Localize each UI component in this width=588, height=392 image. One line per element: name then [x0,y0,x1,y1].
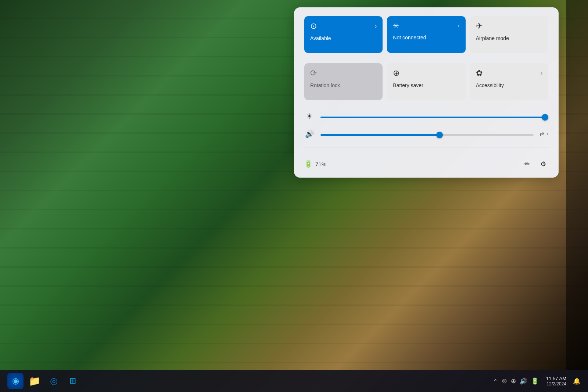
edge-icon: ◎ [50,376,58,386]
battery-saver-toggle[interactable]: ⊕ Battery saver [387,63,465,100]
tray-expand-icon[interactable]: ^ [494,378,496,384]
accessibility-icon: ✿ [476,68,483,78]
rotation-label: Rotation lock [310,82,340,88]
brightness-slider[interactable] [320,117,548,118]
battery-info: 🔋 71% [304,160,326,168]
volume-extra-controls: ⇄ › [539,131,548,137]
wifi-icon: ⊙ [310,21,317,31]
rotation-top-row: ⟳ [310,68,377,78]
brightness-row: ☀ [304,112,548,121]
airplane-top-row: ✈ [476,21,542,31]
bluetooth-icon: ✳ [393,21,399,30]
airplane-icon: ✈ [476,21,483,31]
brightness-slider-container [320,113,548,120]
rotation-lock-toggle[interactable]: ⟳ Rotation lock [304,63,383,100]
taskbar-apps: ◉ 📁 ◎ ⊞ [7,373,81,389]
bluetooth-top-row: ✳ › [393,21,459,30]
clock[interactable]: 11:57 AM 12/2/2024 [546,376,566,386]
wifi-label: Available [310,35,331,41]
toggle-grid-row2: ⟳ Rotation lock ⊕ Battery saver ✿ › Acce… [304,63,548,100]
audio-output-icon: ⇄ [539,131,544,137]
volume-output-chevron[interactable]: › [546,131,548,137]
tray-battery-icon[interactable]: 🔋 [531,377,539,385]
tray-vpn-icon[interactable]: ⊗ [502,377,507,385]
panel-footer: 🔋 71% ✏ ⚙ [304,158,548,170]
tray-globe-icon[interactable]: ⊕ [511,377,516,385]
airplane-toggle[interactable]: ✈ Airplane mode [470,16,548,53]
right-shadow [566,0,588,392]
battery-saver-top-row: ⊕ [393,68,459,78]
battery-saver-icon: ⊕ [393,68,399,78]
wifi-toggle[interactable]: ⊙ › Available [304,16,383,53]
file-explorer-icon: 📁 [29,375,40,387]
toggle-grid-row1: ⊙ › Available ✳ › Not connected ✈ Airpla… [304,16,548,53]
bluetooth-toggle[interactable]: ✳ › Not connected [387,16,465,53]
quick-settings-panel: ⊙ › Available ✳ › Not connected ✈ Airpla… [294,7,559,178]
footer-actions: ✏ ⚙ [522,158,548,170]
open-settings-button[interactable]: ⚙ [538,158,548,170]
accessibility-label: Accessibility [476,82,504,88]
clock-time: 11:57 AM [546,376,566,381]
taskbar-file-explorer[interactable]: 📁 [26,373,43,389]
battery-saver-label: Battery saver [393,82,423,88]
taskbar: ◉ 📁 ◎ ⊞ ^ ⊗ ⊕ 🔊 🔋 11:57 AM 12/2/2024 🔔 [0,370,588,392]
notification-bell-icon[interactable]: 🔔 [573,377,581,385]
accessibility-top-row: ✿ › [476,68,542,78]
volume-row: 🔊 ⇄ › [304,129,548,138]
brightness-icon: ☀ [304,112,315,121]
windows-icon: ⊞ [69,376,76,386]
settings-icon: ⚙ [540,160,546,168]
tray-volume-icon[interactable]: 🔊 [520,377,527,385]
taskbar-copilot[interactable]: ◉ [7,373,24,389]
accessibility-toggle[interactable]: ✿ › Accessibility [470,63,548,100]
edit-quick-settings-button[interactable]: ✏ [522,158,532,170]
volume-slider[interactable] [320,134,534,136]
battery-percent: 71% [315,161,326,167]
accessibility-chevron: › [541,70,542,76]
rotation-icon: ⟳ [310,68,317,78]
taskbar-edge[interactable]: ◎ [46,373,62,389]
sliders-section: ☀ 🔊 ⇄ › [304,112,548,147]
edit-icon: ✏ [524,160,530,168]
system-tray: ^ ⊗ ⊕ 🔊 🔋 [494,377,539,385]
volume-icon: 🔊 [304,129,315,138]
bluetooth-chevron: › [458,22,459,29]
bluetooth-label: Not connected [393,35,426,40]
battery-status-icon: 🔋 [304,160,312,168]
taskbar-right: ^ ⊗ ⊕ 🔊 🔋 11:57 AM 12/2/2024 🔔 [494,376,581,386]
copilot-icon: ◉ [12,376,19,386]
clock-date: 12/2/2024 [547,381,566,386]
volume-slider-container [320,131,534,137]
wifi-top-row: ⊙ › [310,21,377,31]
airplane-label: Airplane mode [476,35,509,41]
wifi-chevron: › [375,23,377,29]
taskbar-windows[interactable]: ⊞ [65,373,81,389]
